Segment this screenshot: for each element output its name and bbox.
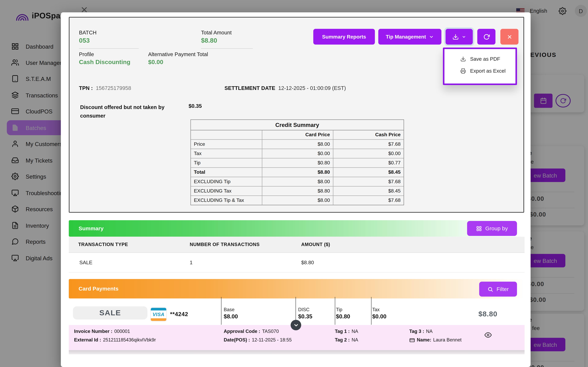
base-value: $8.00 (224, 313, 238, 319)
card-price-cell: $0.80 (262, 158, 333, 167)
settlement-date-field: SETTLEMENT DATE 12-12-2025 - 01:00:09 (E… (225, 85, 346, 91)
tax-field: Tax $0.00 (372, 307, 387, 319)
discount-note-value: $0.35 (189, 103, 202, 109)
profile-label: Profile (79, 51, 130, 57)
row-label: Tip (191, 158, 262, 167)
tip-field: Tip $0.80 (336, 307, 350, 319)
divider (335, 297, 335, 325)
date-pos-field: Date(POS) : 12-11-2025 - 18:55 (224, 337, 292, 343)
row-label: EXCLUDING Tax (191, 187, 262, 196)
cash-price-cell: $7.68 (333, 140, 404, 149)
summary-reports-button[interactable]: Summary Reports (313, 29, 375, 45)
disc-field: DISC $0.35 (298, 307, 312, 319)
table-row: EXCLUDING Tax $8.80 $8.45 (191, 187, 404, 196)
cash-price-cell: $0.77 (333, 158, 404, 167)
summary-reports-label: Summary Reports (322, 34, 366, 40)
header-cell: Cash Price (333, 130, 404, 139)
date-pos-label: Date(POS) : (224, 337, 250, 343)
tag1-value: NA (352, 329, 358, 334)
table-row: Tip $0.80 $0.77 (191, 158, 404, 168)
summary-section-header: Summary (69, 220, 524, 237)
cardholder-name-label: Name: (417, 337, 431, 343)
summary-table-header (69, 237, 524, 253)
filter-button[interactable]: Filter (479, 282, 517, 297)
tag1-label: Tag 1 : (335, 329, 350, 334)
transaction-amount: $8.80 (478, 310, 497, 318)
approval-code-field: Approval Code : TAS070 (224, 329, 279, 334)
group-by-button[interactable]: Group by (467, 221, 517, 236)
total-amount-value: $8.80 (201, 37, 232, 44)
close-button[interactable] (501, 29, 519, 45)
approval-code-value: TAS070 (262, 329, 279, 334)
invoice-number-label: Invoice Number : (74, 329, 112, 334)
expand-row-button[interactable] (291, 320, 301, 330)
batch-details-modal: BATCH 053 Total Amount $8.80 Profile Cas… (61, 12, 531, 367)
download-icon (452, 33, 459, 40)
cardholder-name-field: Name: Laura Bennet (409, 337, 461, 343)
cardholder-name-value: Laura Bennet (433, 337, 461, 343)
cash-price-cell: $0.00 (333, 149, 404, 158)
header-cell: Card Price (262, 130, 333, 139)
tip-management-label: Tip Management (386, 34, 426, 40)
search-icon (487, 286, 493, 292)
summary-row-type: SALE (79, 260, 92, 265)
row-label: Price (191, 140, 262, 149)
visa-label: VISA (151, 310, 166, 318)
chevron-down-icon (462, 35, 466, 39)
transaction-type-chip[interactable]: SALE (73, 306, 147, 319)
menu-item-label: Save as PDF (470, 56, 500, 62)
tip-label: Tip (336, 307, 350, 312)
chevron-down-icon (293, 322, 299, 328)
cash-price-cell: $8.45 (333, 187, 404, 196)
card-price-cell: $8.80 (262, 187, 333, 196)
tip-value: $0.80 (336, 313, 350, 319)
invoice-number-value: 000001 (114, 329, 130, 334)
row-label: EXCLUDING Tip (191, 177, 262, 186)
tag1-field: Tag 1 : NA (335, 329, 358, 334)
card-price-cell: $8.00 (262, 140, 333, 149)
menu-item-label: Export as Excel (470, 68, 505, 74)
divider (221, 297, 221, 325)
tag2-field: Tag 2 : NA (335, 337, 358, 343)
export-download-button[interactable] (446, 29, 473, 45)
column-header-transaction-type: TRANSACTION TYPE (78, 242, 128, 247)
row-label: EXCLUDING Tip & Tax (191, 196, 262, 205)
tip-management-button[interactable]: Tip Management (378, 29, 441, 45)
view-details-eye-icon[interactable] (484, 331, 492, 339)
settlement-date-label: SETTLEMENT DATE (225, 85, 275, 91)
alt-payment-field: Alternative Payment Total $0.00 (148, 51, 208, 66)
tag3-label: Tag 3 : (409, 329, 424, 334)
visa-bottom-bar (151, 318, 166, 321)
tpn-value: 156725179958 (96, 85, 131, 91)
card-price-cell: $8.00 (262, 196, 333, 205)
cash-price-cell: $7.68 (333, 177, 404, 186)
cash-price-cell: $8.45 (333, 168, 404, 177)
menu-item-export-as-excel[interactable]: Export as Excel (444, 65, 515, 77)
credit-summary-title: Credit Summary (191, 120, 404, 130)
table-row: EXCLUDING Tip $8.00 $7.68 (191, 177, 404, 186)
divider (371, 297, 372, 325)
settlement-date-value: 12-12-2025 - 01:00:09 (EST) (278, 85, 346, 91)
discount-note-label: Discount offered but not taken by consum… (80, 103, 174, 120)
column-header-amount: AMOUNT ($) (301, 242, 330, 247)
summary-title: Summary (78, 225, 104, 231)
table-row-total: Total $8.80 $8.45 (191, 168, 404, 177)
external-id-value: 251211185436qikvIVbk9r (103, 337, 156, 343)
row-label: Tax (191, 149, 262, 158)
column-header-number-of-transactions: NUMBER OF TRANSACTIONS (190, 242, 260, 247)
external-id-field: External Id : 251211185436qikvIVbk9r (74, 337, 156, 343)
cash-price-cell: $7.68 (333, 196, 404, 205)
card-icon (409, 338, 415, 342)
visa-card-logo: VISA (151, 308, 166, 321)
external-id-label: External Id : (74, 337, 101, 343)
invoice-number-field: Invoice Number : 000001 (74, 329, 130, 334)
batch-label: BATCH (79, 30, 97, 35)
menu-item-save-as-pdf[interactable]: Save as PDF (444, 53, 515, 65)
download-icon (460, 56, 466, 62)
refresh-icon (483, 33, 490, 40)
section-shadow (69, 350, 524, 354)
modal-close-x-icon[interactable] (80, 6, 88, 14)
refresh-button[interactable] (477, 29, 495, 45)
tag2-value: NA (352, 337, 358, 343)
summary-table-row[interactable] (69, 253, 524, 273)
